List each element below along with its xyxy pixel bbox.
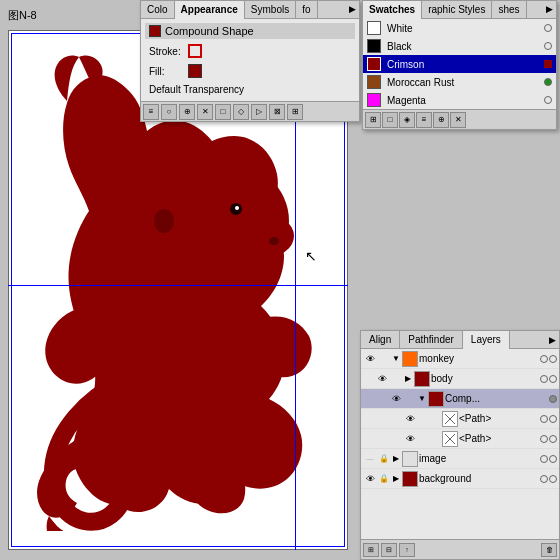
- stroke-label: Stroke:: [149, 46, 184, 57]
- swatch-magenta[interactable]: Magenta: [363, 91, 556, 109]
- default-transparency: Default Transparency: [145, 82, 355, 97]
- appearance-panel-tabs: Colo Appearance Symbols fo ▶: [141, 1, 359, 19]
- layer-background-indicator: [549, 475, 557, 483]
- swatches-panel-tabs: Swatches raphic Styles shes ▶: [363, 1, 556, 19]
- layers-toolbar: ⊞ ⊟ ↑ 🗑: [361, 539, 559, 559]
- layer-background-expand[interactable]: ▶: [391, 474, 401, 484]
- layer-path2-eye[interactable]: 👁: [403, 432, 417, 446]
- layer-comp-eye[interactable]: 👁: [389, 392, 403, 406]
- toolbar-btn-6[interactable]: ◇: [233, 104, 249, 120]
- layer-path2[interactable]: 👁 <Path>: [361, 429, 559, 449]
- layers-tb-sub[interactable]: ⊟: [381, 543, 397, 557]
- toolbar-btn-7[interactable]: ▷: [251, 104, 267, 120]
- tab-graphic-styles[interactable]: raphic Styles: [422, 1, 492, 19]
- layer-path1[interactable]: 👁 <Path>: [361, 409, 559, 429]
- swatches-tb-1[interactable]: ⊞: [365, 112, 381, 128]
- layer-path2-target[interactable]: [540, 435, 548, 443]
- toolbar-btn-4[interactable]: ✕: [197, 104, 213, 120]
- compound-shape-icon: [149, 25, 161, 37]
- layer-image-target[interactable]: [540, 455, 548, 463]
- tab-symbols[interactable]: Symbols: [245, 1, 296, 19]
- svg-point-6: [235, 206, 239, 210]
- layer-path2-name: <Path>: [459, 433, 539, 444]
- appearance-panel: Colo Appearance Symbols fo ▶ Compound Sh…: [140, 0, 360, 122]
- layer-background-name: background: [419, 473, 539, 484]
- swatch-white-label: White: [387, 23, 538, 34]
- tab-align[interactable]: Align: [361, 331, 400, 349]
- toolbar-btn-8[interactable]: ⊠: [269, 104, 285, 120]
- layer-monkey-expand[interactable]: ▼: [391, 354, 401, 364]
- swatch-black-btn[interactable]: [544, 42, 552, 50]
- swatches-tb-6[interactable]: ✕: [450, 112, 466, 128]
- stroke-color-swatch[interactable]: [188, 44, 202, 58]
- swatches-menu-arrow[interactable]: ▶: [546, 4, 553, 14]
- swatch-white[interactable]: White: [363, 19, 556, 37]
- layers-panel-tabs: Align Pathfinder Layers ▶: [361, 331, 559, 349]
- layers-menu-arrow[interactable]: ▶: [549, 335, 559, 345]
- layer-comp-target[interactable]: [549, 395, 557, 403]
- layer-image-eye[interactable]: —: [363, 452, 377, 466]
- layer-path1-indicator: [549, 415, 557, 423]
- toolbar-btn-9[interactable]: ⊞: [287, 104, 303, 120]
- layer-body-lock[interactable]: [390, 373, 402, 385]
- swatch-black[interactable]: Black: [363, 37, 556, 55]
- layer-body-expand[interactable]: ▶: [403, 374, 413, 384]
- layer-background-lock[interactable]: 🔒: [378, 473, 390, 485]
- toolbar-btn-2[interactable]: ○: [161, 104, 177, 120]
- panel-menu-arrow[interactable]: ▶: [349, 4, 356, 14]
- tab-fo[interactable]: fo: [296, 1, 317, 19]
- layer-background-target[interactable]: [540, 475, 548, 483]
- layer-image[interactable]: — 🔒 ▶ image: [361, 449, 559, 469]
- layer-monkey-eye[interactable]: 👁: [363, 352, 377, 366]
- swatches-tb-5[interactable]: ⊕: [433, 112, 449, 128]
- swatch-black-color: [367, 39, 381, 53]
- swatch-magenta-btn[interactable]: [544, 96, 552, 104]
- layer-path1-lock[interactable]: [418, 413, 430, 425]
- layer-body-target[interactable]: [540, 375, 548, 383]
- layer-path1-eye[interactable]: 👁: [403, 412, 417, 426]
- swatch-crimson-color: [367, 57, 381, 71]
- layer-comp-lock[interactable]: [404, 393, 416, 405]
- toolbar-btn-5[interactable]: □: [215, 104, 231, 120]
- toolbar-btn-1[interactable]: ≡: [143, 104, 159, 120]
- tab-appearance[interactable]: Appearance: [175, 1, 245, 19]
- swatch-moroccan-btn[interactable]: [544, 78, 552, 86]
- layer-body[interactable]: 👁 ▶ body: [361, 369, 559, 389]
- layer-background-eye[interactable]: 👁: [363, 472, 377, 486]
- tab-layers[interactable]: Layers: [463, 331, 510, 349]
- swatches-tb-3[interactable]: ◈: [399, 112, 415, 128]
- layer-path2-indicator: [549, 435, 557, 443]
- layers-tb-delete[interactable]: 🗑: [541, 543, 557, 557]
- layer-path1-target[interactable]: [540, 415, 548, 423]
- swatch-moroccan[interactable]: Moroccan Rust: [363, 73, 556, 91]
- svg-point-2: [234, 214, 294, 258]
- layer-background[interactable]: 👁 🔒 ▶ background: [361, 469, 559, 489]
- layer-monkey-target[interactable]: [540, 355, 548, 363]
- layer-path2-expand: [431, 434, 441, 444]
- swatch-white-btn[interactable]: [544, 24, 552, 32]
- swatch-white-color: [367, 21, 381, 35]
- layer-comp-expand[interactable]: ▼: [417, 394, 427, 404]
- swatch-crimson-indicator: [544, 60, 552, 68]
- layer-comp[interactable]: 👁 ▼ Comp...: [361, 389, 559, 409]
- tab-pathfinder[interactable]: Pathfinder: [400, 331, 463, 349]
- layer-path2-lock[interactable]: [418, 433, 430, 445]
- layer-monkey-lock[interactable]: [378, 353, 390, 365]
- tab-color[interactable]: Colo: [141, 1, 175, 19]
- svg-point-0: [114, 266, 264, 456]
- layer-image-lock[interactable]: 🔒: [378, 453, 390, 465]
- layers-tb-move[interactable]: ↑: [399, 543, 415, 557]
- swatches-tb-4[interactable]: ≡: [416, 112, 432, 128]
- layer-image-expand[interactable]: ▶: [391, 454, 401, 464]
- layer-body-eye[interactable]: 👁: [375, 372, 389, 386]
- swatch-crimson[interactable]: Crimson: [363, 55, 556, 73]
- toolbar-btn-3[interactable]: ⊕: [179, 104, 195, 120]
- tab-brushes[interactable]: shes: [492, 1, 526, 19]
- layer-monkey[interactable]: 👁 ▼ monkey: [361, 349, 559, 369]
- tab-swatches[interactable]: Swatches: [363, 1, 422, 19]
- layers-tb-make[interactable]: ⊞: [363, 543, 379, 557]
- fill-color-swatch[interactable]: [188, 64, 202, 78]
- layer-path1-name: <Path>: [459, 413, 539, 424]
- fill-label: Fill:: [149, 66, 184, 77]
- swatches-tb-2[interactable]: □: [382, 112, 398, 128]
